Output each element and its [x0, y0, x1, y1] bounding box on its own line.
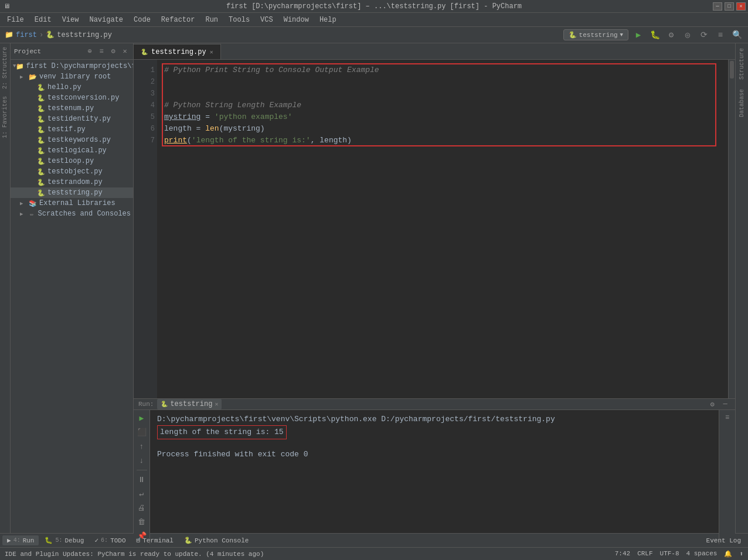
window-title: first [D:\pycharmprojects\first] – ...\t… — [226, 2, 522, 11]
tree-teststring[interactable]: 🐍 teststring.py — [11, 187, 133, 198]
tree-scratches[interactable]: ▶ ✏ Scratches and Consoles — [11, 209, 133, 219]
structure-panel-tab[interactable]: Structure — [737, 43, 747, 84]
run-config-button[interactable]: 🐍 teststring ▼ — [563, 29, 628, 40]
sidebar-settings-icon[interactable]: ⚙ — [108, 47, 118, 56]
menu-tools[interactable]: Tools — [224, 15, 254, 25]
root-folder-icon: 📁 — [16, 62, 24, 71]
run-panel-settings-icon[interactable]: ⚙ — [707, 399, 718, 409]
run-config-dropdown-icon: ▼ — [620, 32, 623, 38]
bottom-tab-run[interactable]: ▶ 4: Run — [2, 535, 39, 545]
testloop-label: testloop.py — [47, 157, 94, 165]
run-result-line: length of the string is: 15 — [157, 425, 712, 437]
code-line-3 — [164, 88, 721, 100]
tree-testlogical[interactable]: 🐍 testlogical.py — [11, 145, 133, 156]
tree-testkeywords[interactable]: 🐍 testkeywords.py — [11, 135, 133, 145]
scroll-up-button[interactable]: ↑ — [136, 441, 148, 452]
extlibs-label: External Libraries — [39, 199, 115, 207]
menu-vcs[interactable]: VCS — [256, 15, 278, 25]
database-panel-tab[interactable]: Database — [737, 84, 747, 122]
tree-venv[interactable]: ▶ 📂 venv library root — [11, 71, 133, 82]
favorites-tab[interactable]: 1: Favorites — [1, 93, 9, 142]
run-output: ▶ ⬛ ↑ ↓ ⏸ ↵ 🖨 🗑 📌 D:\pycharmprojects\fir… — [134, 410, 735, 544]
run-result-highlight: length of the string is: 15 — [157, 425, 287, 439]
code-line-4: # Python String Length Example — [164, 100, 721, 111]
tree-testidentity[interactable]: 🐍 testidentity.py — [11, 114, 133, 124]
menu-edit[interactable]: Edit — [30, 15, 56, 25]
maximize-button[interactable]: □ — [725, 2, 734, 11]
status-indent[interactable]: 4 spaces — [686, 550, 718, 558]
right-panels: Structure Database — [735, 43, 748, 533]
tree-testrandom[interactable]: 🐍 testrandom.py — [11, 177, 133, 187]
menu-code[interactable]: Code — [129, 15, 155, 25]
settings-button[interactable]: ≡ — [714, 29, 727, 42]
code-line-6: length = len(mystring) — [164, 123, 721, 135]
wrap-button[interactable]: ↵ — [136, 488, 148, 500]
scrollbar-thumb[interactable] — [730, 61, 734, 78]
tree-testconversion[interactable]: 🐍 testconversion.py — [11, 93, 133, 103]
tab-close-icon[interactable]: ✕ — [210, 49, 213, 56]
clear-button[interactable]: 🗑 — [136, 516, 148, 528]
menu-help[interactable]: Help — [315, 15, 341, 25]
tree-external-libs[interactable]: ▶ 📚 External Libraries — [11, 198, 133, 209]
status-charset[interactable]: UTF-8 — [660, 550, 679, 558]
minimize-button[interactable]: ─ — [713, 2, 722, 11]
debug-button[interactable]: 🐛 — [648, 29, 661, 42]
run-tab-num: 4: — [13, 537, 21, 544]
testlogical-icon: 🐍 — [36, 146, 46, 155]
event-log-tab[interactable]: Event Log — [702, 536, 746, 545]
code-editor[interactable]: # Python Print String to Console Output … — [157, 60, 728, 398]
pause-button[interactable]: ⏸ — [136, 474, 148, 486]
run-tab-label: Run — [23, 537, 35, 544]
menu-window[interactable]: Window — [279, 15, 314, 25]
tree-hello[interactable]: 🐍 hello.py — [11, 82, 133, 93]
scroll-down-button[interactable]: ↓ — [136, 455, 148, 466]
venv-arrow: ▶ — [20, 74, 28, 80]
menu-view[interactable]: View — [57, 15, 84, 25]
breadcrumb-sep: › — [39, 31, 43, 39]
run-button[interactable]: ▶ — [632, 29, 645, 42]
tree-testobject[interactable]: 🐍 testobject.py — [11, 166, 133, 177]
testkeywords-icon: 🐍 — [36, 135, 46, 145]
bottom-tab-todo[interactable]: ✓ 6: TODO — [90, 535, 130, 545]
run-panel-minimize-icon[interactable]: ─ — [720, 399, 730, 409]
status-notification-icon[interactable]: 🔔 — [724, 550, 732, 558]
breadcrumb-project[interactable]: first — [16, 31, 37, 39]
search-button[interactable]: 🔍 — [730, 29, 743, 42]
debug-tab-label: Debug — [64, 537, 84, 544]
run-tab-teststring[interactable]: 🐍 teststring ✕ — [157, 399, 222, 409]
run-tab-close[interactable]: ✕ — [215, 401, 218, 408]
terminal-tab-label: Terminal — [142, 537, 174, 544]
structure-tab[interactable]: 2: Structure — [1, 43, 9, 93]
tree-testloop[interactable]: 🐍 testloop.py — [11, 156, 133, 166]
close-button[interactable]: ✕ — [736, 2, 746, 11]
coverage-button[interactable]: ◎ — [681, 29, 694, 42]
status-git-icon[interactable]: ⬆ — [739, 550, 743, 558]
nav-bar: 📁 first › 🐍 teststring.py 🐍 teststring ▼… — [0, 27, 748, 43]
editor-tab-teststring[interactable]: 🐍 teststring.py ✕ — [134, 44, 221, 59]
run-again-button[interactable]: ▶ — [136, 412, 148, 424]
profile-button[interactable]: ⟳ — [698, 29, 710, 42]
window-controls[interactable]: ─ □ ✕ — [713, 2, 746, 11]
sidebar-collapse-icon[interactable]: ≡ — [97, 47, 106, 56]
run-side-icon-1[interactable]: ≡ — [722, 412, 733, 423]
sidebar-close-icon[interactable]: ✕ — [120, 47, 130, 56]
bottom-tab-terminal[interactable]: ⊟ Terminal — [132, 535, 178, 545]
menu-navigate[interactable]: Navigate — [84, 15, 128, 25]
menu-file[interactable]: File — [2, 15, 29, 25]
stop-button[interactable]: ⬛ — [136, 426, 148, 438]
status-line-ending[interactable]: CRLF — [637, 550, 652, 558]
breadcrumb-file-icon: 🐍 — [46, 30, 55, 39]
breadcrumb-file[interactable]: teststring.py — [57, 31, 112, 39]
sidebar-add-icon[interactable]: ⊕ — [85, 47, 94, 56]
menu-run[interactable]: Run — [200, 15, 223, 25]
print-button[interactable]: 🖨 — [136, 502, 148, 514]
tree-testenum[interactable]: 🐍 testenum.py — [11, 103, 133, 114]
tree-root[interactable]: ▼ 📁 first D:\pycharmprojects\first — [11, 61, 133, 71]
build-button[interactable]: ⚙ — [665, 29, 678, 42]
editor-scrollbar[interactable] — [728, 60, 735, 398]
bottom-tab-debug[interactable]: 🐛 5: Debug — [40, 535, 89, 545]
bottom-tab-python-console[interactable]: 🐍 Python Console — [179, 535, 253, 545]
tree-testif[interactable]: 🐍 testif.py — [11, 124, 133, 135]
menu-refactor[interactable]: Refactor — [157, 15, 200, 25]
status-bar: IDE and Plugin Updates: PyCharm is ready… — [0, 547, 748, 560]
